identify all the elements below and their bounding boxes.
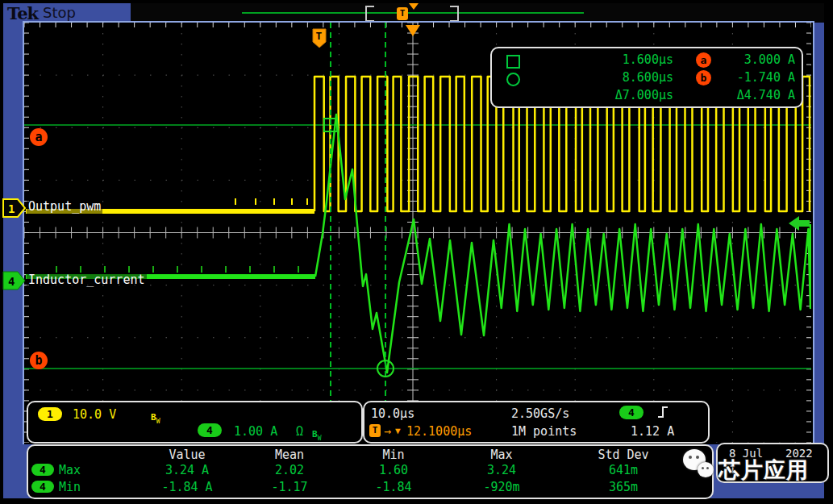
- cursor-delta-amplitude: Δ4.740 A: [718, 88, 795, 102]
- record-length: 1M points: [511, 424, 577, 439]
- ch4-waveform-label: Inductor_current: [27, 273, 147, 288]
- record-view-bar: T: [131, 3, 824, 23]
- delay-triangle-icon: ▼: [395, 426, 401, 436]
- delay-arrow-icon: →: [384, 424, 391, 439]
- meas-row2-mean: -1.17: [245, 480, 334, 494]
- ch4-scale: 1.00 A: [234, 424, 277, 439]
- meas-row1-mean: 2.02: [245, 463, 334, 477]
- svg-text:T: T: [316, 30, 323, 42]
- cursor-b-time: 8.600µs: [556, 70, 673, 85]
- meas-row1-max: 3.24: [457, 463, 546, 477]
- ch1-position-marker[interactable]: 1: [2, 198, 27, 221]
- cursor-delta-time: Δ7.000µs: [556, 88, 673, 102]
- meas-row1-channel-badge: 4: [31, 464, 54, 476]
- ch4-position-marker[interactable]: 4: [2, 271, 27, 294]
- measurement-table: Value Mean Min Max Std Dev 4 Max 3.24 A …: [27, 444, 714, 499]
- cursor-b-badge[interactable]: b: [30, 352, 48, 369]
- ch1-scale: 10.0 V: [73, 407, 116, 422]
- meas-row1-value: 3.24 A: [143, 463, 231, 477]
- acquisition-status: Stop: [43, 4, 76, 21]
- record-expansion-icon[interactable]: [409, 3, 419, 10]
- expansion-point-icon: [406, 25, 420, 36]
- wechat-icon-small: [698, 462, 714, 477]
- ch4-badge[interactable]: 4: [198, 423, 222, 437]
- record-trigger-icon[interactable]: T: [397, 7, 408, 20]
- watermark-text: 芯片应用: [718, 456, 809, 485]
- record-window-bracket-left[interactable]: [365, 6, 374, 22]
- cursor-a-time: 1.600µs: [556, 52, 673, 67]
- ch4-bandwidth-icon: BW: [312, 425, 321, 442]
- record-window-bracket-right[interactable]: [450, 6, 459, 22]
- time-per-div: 10.0µs: [371, 406, 414, 421]
- ch1-bandwidth-icon: BW: [151, 408, 160, 425]
- horizontal-delay: 12.1000µs: [406, 424, 472, 439]
- cursor-b-readout-badge: b: [696, 70, 711, 85]
- horizontal-trigger-box: 10.0µs 2.50GS/s 4 T → ▼ 12.1000µs 1M poi…: [363, 401, 710, 444]
- cursor-a-readout-badge: a: [696, 52, 711, 68]
- cursor-readout-box: 1.600µs a 3.000 A 8.600µs b -1.740 A Δ7.…: [490, 47, 803, 108]
- ch1-badge[interactable]: 1: [38, 407, 62, 421]
- meas-row2-min: -1.84: [349, 480, 438, 494]
- cursor-b-circle-icon: [506, 73, 520, 86]
- trigger-source-badge[interactable]: 4: [619, 406, 643, 419]
- cursor-a-amplitude: 3.000 A: [718, 52, 795, 67]
- oscilloscope-screen: { "titlebar": { "logo": "Tek", "status":…: [0, 0, 833, 504]
- sample-rate: 2.50GS/s: [511, 406, 569, 421]
- channel-scale-box: 1 10.0 V BW 4 1.00 A Ω BW: [27, 401, 363, 444]
- ch1-marker-number: 1: [8, 202, 15, 215]
- watermark: 芯片应用: [681, 444, 833, 491]
- meas-row1-name: Max: [59, 463, 81, 477]
- col-header-mean: Mean: [245, 448, 334, 462]
- meas-row2-channel-badge: 4: [31, 481, 54, 493]
- record-waveform-line: [242, 12, 584, 14]
- trigger-level: 1.12 A: [631, 424, 674, 439]
- col-header-min: Min: [349, 448, 438, 462]
- meas-row2-name: Min: [59, 480, 81, 494]
- trigger-delay-t-icon: T: [369, 424, 381, 437]
- rising-edge-icon: [656, 405, 669, 423]
- ch4-ohm-icon: Ω: [296, 424, 303, 439]
- col-header-max: Max: [457, 448, 546, 462]
- cursor-a-badge[interactable]: a: [30, 128, 48, 146]
- ch1-waveform-label: Output_pwm: [27, 199, 102, 215]
- meas-row2-max: -920m: [457, 480, 546, 494]
- meas-row1-min: 1.60: [349, 463, 438, 477]
- cursor-b-amplitude: -1.740 A: [718, 70, 795, 85]
- meas-row2-stddev: 365m: [579, 480, 668, 494]
- cursor-a-square-icon: [506, 55, 520, 69]
- meas-row1-stddev: 641m: [579, 463, 668, 477]
- meas-row2-value: -1.84 A: [143, 480, 231, 494]
- col-header-value: Value: [143, 448, 231, 462]
- trigger-level-arrow-icon: [789, 216, 810, 231]
- ch4-marker-number: 4: [8, 275, 15, 288]
- col-header-stddev: Std Dev: [579, 448, 668, 462]
